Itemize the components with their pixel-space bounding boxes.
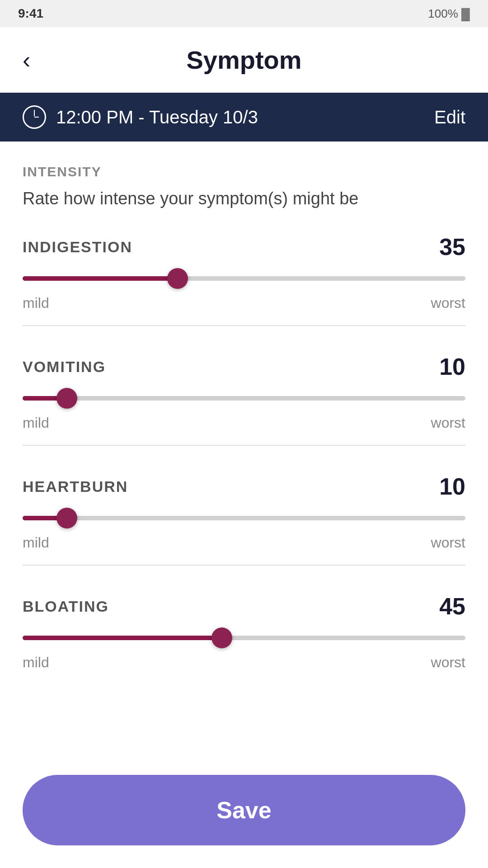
symptom-header-0: INDIGESTION 35: [23, 233, 465, 260]
symptom-name-1: VOMITING: [23, 358, 106, 376]
slider-labels-1: mild worst: [23, 415, 465, 431]
slider-min-label-3: mild: [23, 654, 49, 671]
save-button[interactable]: Save: [23, 775, 465, 845]
symptom-value-0: 35: [439, 233, 465, 260]
edit-button[interactable]: Edit: [434, 107, 465, 127]
intensity-description: Rate how intense your symptom(s) might b…: [23, 187, 465, 211]
symptom-name-3: BLOATING: [23, 598, 109, 615]
symptom-block-vomiting: VOMITING 10 mild worst: [23, 353, 465, 446]
slider-max-label-1: worst: [431, 415, 465, 431]
save-button-container: Save: [0, 761, 488, 868]
slider-max-label-2: worst: [431, 534, 465, 551]
slider-labels-0: mild worst: [23, 295, 465, 311]
clock-icon: [23, 105, 46, 129]
symptoms-container: INDIGESTION 35 mild worst VOMITING 10: [23, 233, 465, 671]
slider-min-label-2: mild: [23, 534, 49, 551]
symptom-name-2: HEARTBURN: [23, 478, 128, 495]
date-text: 12:00 PM - Tuesday 10/3: [56, 107, 258, 127]
status-bar: 9:41 100% ▓: [0, 0, 488, 27]
symptom-name-0: INDIGESTION: [23, 238, 132, 256]
slider-labels-3: mild worst: [23, 654, 465, 671]
symptom-header-3: BLOATING 45: [23, 593, 465, 620]
slider-container-0[interactable]: [23, 269, 465, 288]
header: ‹ Symptom: [0, 27, 488, 93]
slider-min-label-0: mild: [23, 295, 49, 311]
slider-max-label-3: worst: [431, 654, 465, 671]
symptom-value-2: 10: [439, 473, 465, 500]
divider: [23, 445, 465, 446]
status-bar-battery: 100% ▓: [428, 7, 470, 21]
date-bar: 12:00 PM - Tuesday 10/3 Edit: [0, 93, 488, 142]
symptom-block-bloating: BLOATING 45 mild worst: [23, 593, 465, 671]
slider-min-label-1: mild: [23, 415, 49, 431]
symptom-value-1: 10: [439, 353, 465, 380]
date-bar-left: 12:00 PM - Tuesday 10/3: [23, 105, 258, 129]
slider-labels-2: mild worst: [23, 534, 465, 551]
symptom-header-1: VOMITING 10: [23, 353, 465, 380]
status-bar-time: 9:41: [18, 6, 43, 21]
symptom-value-3: 45: [439, 593, 465, 620]
divider: [23, 325, 465, 326]
symptom-block-indigestion: INDIGESTION 35 mild worst: [23, 233, 465, 326]
intensity-label: INTENSITY: [23, 164, 465, 179]
page-title: Symptom: [186, 45, 301, 75]
back-button[interactable]: ‹: [23, 48, 30, 72]
symptom-block-heartburn: HEARTBURN 10 mild worst: [23, 473, 465, 566]
symptom-header-2: HEARTBURN 10: [23, 473, 465, 500]
slider-container-1[interactable]: [23, 389, 465, 407]
slider-container-2[interactable]: [23, 509, 465, 527]
slider-max-label-0: worst: [431, 295, 465, 311]
slider-container-3[interactable]: [23, 629, 465, 647]
divider: [23, 565, 465, 566]
content: INTENSITY Rate how intense your symptom(…: [0, 142, 488, 788]
